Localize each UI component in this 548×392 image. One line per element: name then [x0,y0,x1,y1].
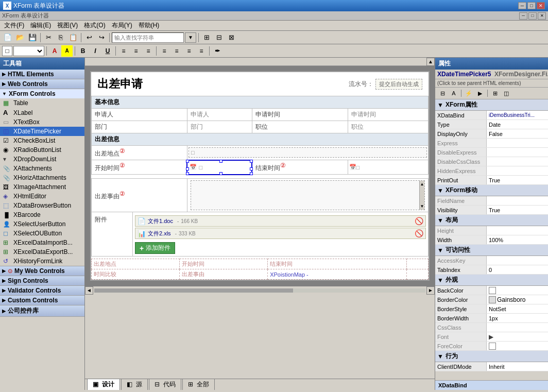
tab-design[interactable]: ▣ 设计 [87,379,120,390]
toolbox-item-xhtmleditor[interactable]: XHtmlEditor [0,192,84,201]
restore-button[interactable]: □ [527,2,536,9]
sub-minimize-button[interactable]: ─ [519,12,527,20]
toolbox-item-xcelldataimport[interactable]: XExcelDataImportB... [0,238,84,247]
toolbox-item-ximageattachment[interactable]: XImageAttachment [0,182,84,192]
tab-all[interactable]: ⊞ 全部 [182,379,215,390]
prop-tabindex-value[interactable]: 0 [487,265,548,274]
sub-restore-button[interactable]: □ [528,12,537,20]
menu-format[interactable]: 格式(O) [81,20,108,31]
prop-disableexpress-value[interactable] [487,148,548,157]
menu-file[interactable]: 文件(F) [1,20,27,31]
align-center[interactable]: ≡ [130,45,142,57]
prop-btn-5[interactable]: ◫ [501,89,511,98]
sub-close-button[interactable]: ✕ [538,12,546,20]
scroll-right-btn[interactable]: ► [426,286,435,295]
indent-left[interactable]: ≡ [159,45,170,57]
list-ordered[interactable]: ≡ [196,45,207,57]
toolbox-item-xhistoryformlink[interactable]: XHistoryFormLink [0,257,84,266]
prop-borderwidth-value[interactable]: 1px [487,314,548,322]
format-a-color[interactable]: A [49,45,60,57]
destination-field[interactable]: □ [187,146,428,160]
section-custom-controls-header[interactable]: ▶ Custom Controls [0,296,84,305]
prop-btn-categorized[interactable]: ⊟ [437,89,448,98]
prop-width-value[interactable]: 100% [487,235,548,244]
toolbox-item-xdropdownlist[interactable]: XDropDownList [0,155,84,164]
toolbox-item-xtextbox[interactable]: XTextBox [0,117,84,127]
xform-prop-section-header[interactable]: ▼ XForm属性 [435,99,548,111]
prop-font-value[interactable]: ▶ [487,332,548,341]
start-time-cell[interactable]: 📅 □ [187,160,252,175]
prop-btn-4[interactable]: ⊞ [490,89,500,98]
handle-br[interactable] [250,172,253,175]
reason-scroll-up[interactable]: ▲ [420,182,424,186]
prop-forecolor-value[interactable] [487,342,548,350]
open-button[interactable]: 📂 [14,32,26,43]
paste-button[interactable]: 📋 [67,32,79,43]
section-sign-controls-header[interactable]: ▶ Sign Controls [0,276,84,285]
prop-btn-events[interactable]: ⚡ [464,89,474,98]
toolbox-item-xhorizattachments[interactable]: XHorizAttachments [0,173,84,182]
format-italic[interactable]: I [90,45,101,57]
prop-accesskey-value[interactable] [487,256,548,265]
prop-visibility-value[interactable]: True [487,206,548,214]
toolbox-item-xcelldataexport[interactable]: XExcelDataExportB... [0,247,84,257]
section-web-controls-top-header[interactable]: ▶ Web Controls [0,79,84,89]
undo-button[interactable]: ↩ [83,32,95,43]
new-button[interactable]: 📄 [2,32,13,43]
prop-borderstyle-value[interactable]: NotSet [487,304,548,313]
behavior-section-header[interactable]: ▼ 行为 [435,351,548,362]
prop-express-value[interactable] [487,139,548,147]
reason-scroll-down[interactable]: ▼ [420,204,424,209]
handle-mr[interactable] [250,167,253,171]
copy-button[interactable]: ⎘ [55,32,66,43]
scroll-up-btn[interactable]: ▲ [426,58,435,66]
prop-displayonly-value[interactable]: False [487,129,548,138]
watermark-input[interactable]: 提交后自动生成 [375,79,422,90]
toolbox-item-xattachments[interactable]: XAttachments [0,164,84,173]
search-input[interactable] [112,32,184,43]
menu-view[interactable]: 视图(V) [54,20,81,31]
toolbox-item-xcheckboxlist[interactable]: XCheckBoxList [0,136,84,145]
toolbox-item-xdatetimepicker[interactable]: XDateTimePicker [0,127,84,136]
section-company-controls-header[interactable]: ▶ 公司控件库 [0,305,84,316]
section-my-web-controls-header[interactable]: ▶ ⊙ My Web Controls [0,266,84,276]
search-button[interactable]: ▼ [185,32,196,43]
grid-button2[interactable]: ⊟ [213,32,225,43]
prop-backcolor-value[interactable] [487,286,548,295]
prop-cssclass-value[interactable] [487,323,548,332]
apply-time-field[interactable]: 申请时间 [348,109,428,121]
align-left[interactable]: ≡ [118,45,129,57]
menu-edit[interactable]: 编辑(E) [27,20,54,31]
add-attachment-button[interactable]: + 添加附件 [135,242,175,254]
toolbox-item-xselectoubutton[interactable]: XSelectOUButton [0,229,84,238]
handle-bm[interactable] [219,172,222,175]
menu-layout[interactable]: 布局(Y) [109,20,135,31]
design-content[interactable]: ▲ 出差申请 流水号： 提交后自动生成 [85,58,435,379]
toolbox-item-xdatabrowserbutton[interactable]: XDataBrowserButton [0,201,84,210]
end-time-cell[interactable]: 📅 □ [348,160,428,175]
handle-tr[interactable] [250,160,253,163]
prop-disablecssclass-value[interactable] [487,157,548,166]
indent-right[interactable]: ≡ [171,45,182,57]
section-validator-controls-header[interactable]: ▶ Validator Controls [0,286,84,295]
tab-source[interactable]: ◧ 源 [121,379,148,390]
prop-hiddenexpress-value[interactable] [487,166,548,175]
prop-bordercolor-value[interactable]: Gainsboro [487,295,548,304]
format-pen[interactable]: ✒ [212,45,223,57]
toolbox-item-xlabel[interactable]: XLabel [0,108,84,117]
font-combo[interactable] [13,46,44,56]
toolbox-item-xradiobuttonlist[interactable]: XRadioButtonList [0,145,84,155]
position-field[interactable]: 职位 [348,121,428,133]
tab-code[interactable]: ⊟ 代码 [149,379,181,390]
h-scroll-thumb[interactable] [94,288,293,293]
font-expand-icon[interactable]: ▶ [489,333,493,340]
handle-tm[interactable] [219,160,222,163]
minimize-button[interactable]: ─ [518,2,526,9]
toolbox-item-table[interactable]: Table [0,98,84,108]
reason-field[interactable]: ▲ ▼ [187,179,428,212]
format-a-bg[interactable]: A [61,45,73,57]
section-xform-controls-header[interactable]: ▼ XForm Controls [0,89,84,98]
prop-printout-value[interactable]: True [487,176,548,184]
section-html-elements-header[interactable]: ▶ HTML Elements [0,70,84,79]
handle-bl[interactable] [186,172,189,175]
